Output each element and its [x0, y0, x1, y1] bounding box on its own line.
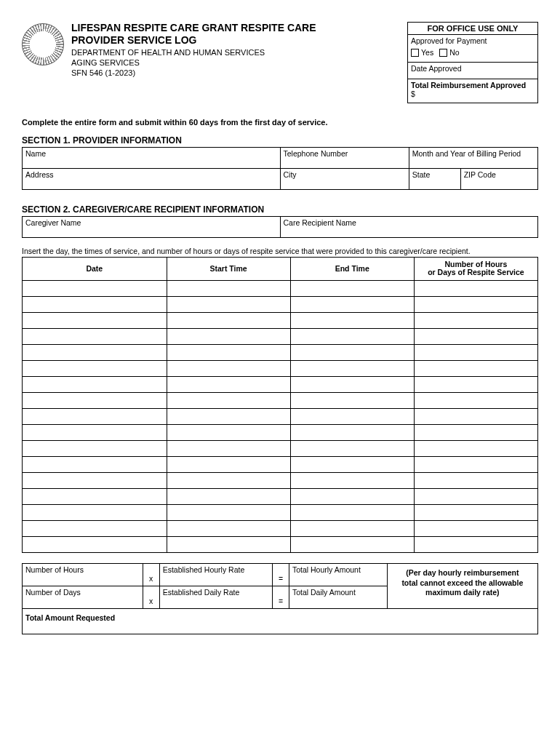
log-cell[interactable] — [167, 457, 290, 473]
log-cell[interactable] — [23, 329, 167, 345]
log-cell[interactable] — [23, 473, 167, 489]
num-days-field[interactable]: Number of Days — [23, 586, 143, 609]
log-cell[interactable] — [414, 457, 537, 473]
log-cell[interactable] — [23, 361, 167, 377]
log-cell[interactable] — [23, 489, 167, 505]
log-cell[interactable] — [414, 297, 537, 313]
hourly-rate-field[interactable]: Established Hourly Rate — [159, 564, 272, 586]
log-cell[interactable] — [414, 489, 537, 505]
log-cell[interactable] — [290, 489, 414, 505]
log-cell[interactable] — [290, 505, 414, 521]
log-cell[interactable] — [290, 473, 414, 489]
approved-label: Approved for Payment — [411, 36, 487, 45]
log-cell[interactable] — [414, 505, 537, 521]
log-cell[interactable] — [290, 409, 414, 425]
log-cell[interactable] — [23, 281, 167, 297]
log-cell[interactable] — [167, 393, 290, 409]
log-cell[interactable] — [290, 441, 414, 457]
log-cell[interactable] — [167, 345, 290, 361]
log-cell[interactable] — [290, 361, 414, 377]
log-cell[interactable] — [23, 345, 167, 361]
address-field[interactable]: Address — [23, 168, 281, 189]
log-cell[interactable] — [290, 425, 414, 441]
log-cell[interactable] — [23, 393, 167, 409]
equals-op: = — [273, 564, 289, 586]
log-cell[interactable] — [290, 329, 414, 345]
calculation-table: Number of Hours x Established Hourly Rat… — [22, 563, 538, 634]
approved-no-option[interactable]: No — [439, 48, 459, 58]
log-cell[interactable] — [167, 281, 290, 297]
log-cell[interactable] — [23, 377, 167, 393]
log-cell[interactable] — [167, 505, 290, 521]
state-field[interactable]: State — [409, 168, 460, 189]
log-cell[interactable] — [290, 297, 414, 313]
zip-field[interactable]: ZIP Code — [460, 168, 537, 189]
date-approved-label: Date Approved — [411, 64, 461, 73]
total-reimbursement-cell[interactable]: Total Reimbursement Approved $ — [408, 79, 537, 103]
header-row: LIFESPAN RESPITE CARE GRANT RESPITE CARE… — [22, 22, 538, 103]
care-recipient-field[interactable]: Care Recipient Name — [280, 216, 538, 237]
log-cell[interactable] — [23, 505, 167, 521]
section2-heading: SECTION 2. CAREGIVER/CARE RECIPIENT INFO… — [22, 204, 538, 215]
log-cell[interactable] — [167, 425, 290, 441]
log-cell[interactable] — [167, 537, 290, 553]
approved-yes-option[interactable]: Yes — [411, 48, 433, 58]
log-cell[interactable] — [414, 281, 537, 297]
log-cell[interactable] — [167, 521, 290, 537]
reimbursement-note: (Per day hourly reimbursement total cann… — [387, 564, 537, 609]
log-cell[interactable] — [290, 281, 414, 297]
log-body — [23, 281, 538, 553]
log-cell[interactable] — [414, 361, 537, 377]
log-cell[interactable] — [414, 409, 537, 425]
section1-heading: SECTION 1. PROVIDER INFORMATION — [22, 135, 538, 146]
log-cell[interactable] — [167, 489, 290, 505]
office-heading: FOR OFFICE USE ONLY — [408, 23, 537, 34]
log-cell[interactable] — [23, 537, 167, 553]
log-cell[interactable] — [167, 409, 290, 425]
log-cell[interactable] — [167, 441, 290, 457]
caregiver-name-field[interactable]: Caregiver Name — [23, 216, 281, 237]
log-cell[interactable] — [167, 377, 290, 393]
log-cell[interactable] — [167, 361, 290, 377]
log-cell[interactable] — [290, 393, 414, 409]
billing-period-field[interactable]: Month and Year of Billing Period — [409, 147, 537, 168]
log-cell[interactable] — [414, 473, 537, 489]
log-cell[interactable] — [414, 313, 537, 329]
log-cell[interactable] — [23, 313, 167, 329]
log-cell[interactable] — [290, 521, 414, 537]
log-cell[interactable] — [290, 377, 414, 393]
log-cell[interactable] — [23, 425, 167, 441]
log-cell[interactable] — [414, 345, 537, 361]
log-cell[interactable] — [23, 457, 167, 473]
log-cell[interactable] — [414, 521, 537, 537]
log-cell[interactable] — [167, 297, 290, 313]
log-cell[interactable] — [414, 425, 537, 441]
log-row — [23, 473, 538, 489]
log-cell[interactable] — [290, 537, 414, 553]
log-cell[interactable] — [414, 441, 537, 457]
daily-rate-field[interactable]: Established Daily Rate — [159, 586, 272, 609]
log-cell[interactable] — [167, 313, 290, 329]
log-cell[interactable] — [290, 313, 414, 329]
telephone-field[interactable]: Telephone Number — [280, 147, 409, 168]
city-field[interactable]: City — [280, 168, 409, 189]
total-hourly-field[interactable]: Total Hourly Amount — [289, 564, 387, 586]
log-cell[interactable] — [414, 377, 537, 393]
log-cell[interactable] — [167, 329, 290, 345]
log-cell[interactable] — [414, 537, 537, 553]
log-row — [23, 537, 538, 553]
log-cell[interactable] — [414, 329, 537, 345]
date-approved-cell[interactable]: Date Approved — [408, 62, 537, 79]
log-cell[interactable] — [23, 297, 167, 313]
num-hours-field[interactable]: Number of Hours — [23, 564, 143, 586]
total-daily-field[interactable]: Total Daily Amount — [289, 586, 387, 609]
name-field[interactable]: Name — [23, 147, 281, 168]
total-amount-requested-field[interactable]: Total Amount Requested — [23, 609, 538, 634]
log-cell[interactable] — [290, 345, 414, 361]
log-cell[interactable] — [414, 393, 537, 409]
log-cell[interactable] — [23, 521, 167, 537]
log-cell[interactable] — [23, 441, 167, 457]
log-cell[interactable] — [167, 473, 290, 489]
log-cell[interactable] — [23, 409, 167, 425]
log-cell[interactable] — [290, 457, 414, 473]
